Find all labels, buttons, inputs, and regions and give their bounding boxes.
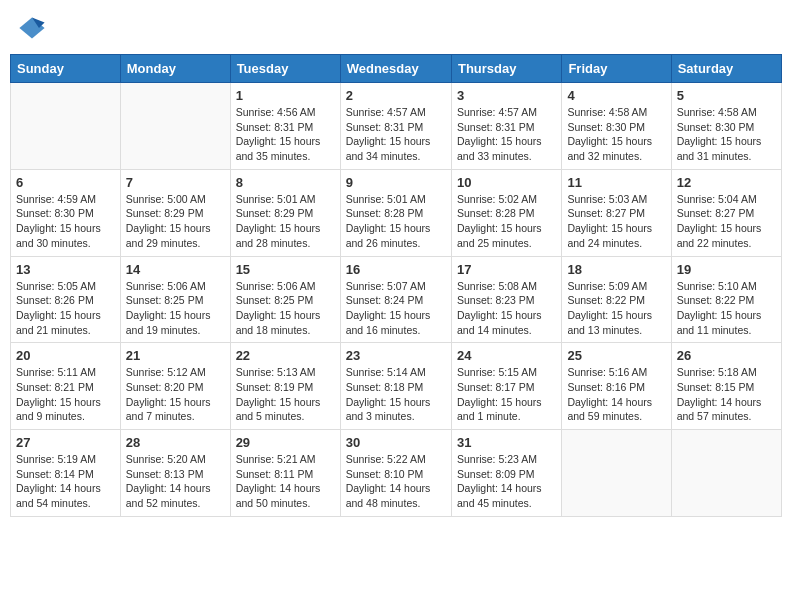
day-number: 7: [126, 175, 225, 190]
day-info: Sunrise: 5:15 AMSunset: 8:17 PMDaylight:…: [457, 365, 556, 424]
day-number: 17: [457, 262, 556, 277]
day-info: Sunrise: 5:03 AMSunset: 8:27 PMDaylight:…: [567, 192, 665, 251]
day-number: 23: [346, 348, 446, 363]
calendar-cell: 20Sunrise: 5:11 AMSunset: 8:21 PMDayligh…: [11, 343, 121, 430]
calendar-cell: [671, 430, 781, 517]
calendar-cell: 2Sunrise: 4:57 AMSunset: 8:31 PMDaylight…: [340, 83, 451, 170]
calendar-cell: 29Sunrise: 5:21 AMSunset: 8:11 PMDayligh…: [230, 430, 340, 517]
day-number: 6: [16, 175, 115, 190]
day-info: Sunrise: 5:16 AMSunset: 8:16 PMDaylight:…: [567, 365, 665, 424]
day-info: Sunrise: 5:13 AMSunset: 8:19 PMDaylight:…: [236, 365, 335, 424]
logo-icon: [18, 14, 46, 42]
day-number: 27: [16, 435, 115, 450]
day-number: 22: [236, 348, 335, 363]
calendar-cell: 4Sunrise: 4:58 AMSunset: 8:30 PMDaylight…: [562, 83, 671, 170]
day-info: Sunrise: 5:05 AMSunset: 8:26 PMDaylight:…: [16, 279, 115, 338]
day-info: Sunrise: 4:58 AMSunset: 8:30 PMDaylight:…: [677, 105, 776, 164]
weekday-header-row: SundayMondayTuesdayWednesdayThursdayFrid…: [11, 55, 782, 83]
day-number: 28: [126, 435, 225, 450]
day-info: Sunrise: 5:14 AMSunset: 8:18 PMDaylight:…: [346, 365, 446, 424]
calendar-cell: 1Sunrise: 4:56 AMSunset: 8:31 PMDaylight…: [230, 83, 340, 170]
day-number: 16: [346, 262, 446, 277]
calendar-cell: 19Sunrise: 5:10 AMSunset: 8:22 PMDayligh…: [671, 256, 781, 343]
calendar-cell: 28Sunrise: 5:20 AMSunset: 8:13 PMDayligh…: [120, 430, 230, 517]
calendar-cell: 30Sunrise: 5:22 AMSunset: 8:10 PMDayligh…: [340, 430, 451, 517]
day-number: 31: [457, 435, 556, 450]
day-number: 15: [236, 262, 335, 277]
day-number: 12: [677, 175, 776, 190]
day-info: Sunrise: 5:22 AMSunset: 8:10 PMDaylight:…: [346, 452, 446, 511]
day-info: Sunrise: 5:10 AMSunset: 8:22 PMDaylight:…: [677, 279, 776, 338]
calendar-cell: 22Sunrise: 5:13 AMSunset: 8:19 PMDayligh…: [230, 343, 340, 430]
calendar-cell: 5Sunrise: 4:58 AMSunset: 8:30 PMDaylight…: [671, 83, 781, 170]
calendar-week-row: 1Sunrise: 4:56 AMSunset: 8:31 PMDaylight…: [11, 83, 782, 170]
calendar-cell: 11Sunrise: 5:03 AMSunset: 8:27 PMDayligh…: [562, 169, 671, 256]
calendar-cell: 7Sunrise: 5:00 AMSunset: 8:29 PMDaylight…: [120, 169, 230, 256]
calendar-cell: 15Sunrise: 5:06 AMSunset: 8:25 PMDayligh…: [230, 256, 340, 343]
calendar-cell: 21Sunrise: 5:12 AMSunset: 8:20 PMDayligh…: [120, 343, 230, 430]
day-info: Sunrise: 5:18 AMSunset: 8:15 PMDaylight:…: [677, 365, 776, 424]
day-info: Sunrise: 4:59 AMSunset: 8:30 PMDaylight:…: [16, 192, 115, 251]
day-info: Sunrise: 5:20 AMSunset: 8:13 PMDaylight:…: [126, 452, 225, 511]
day-info: Sunrise: 5:06 AMSunset: 8:25 PMDaylight:…: [126, 279, 225, 338]
day-number: 30: [346, 435, 446, 450]
day-info: Sunrise: 5:01 AMSunset: 8:29 PMDaylight:…: [236, 192, 335, 251]
weekday-header: Monday: [120, 55, 230, 83]
calendar-cell: 13Sunrise: 5:05 AMSunset: 8:26 PMDayligh…: [11, 256, 121, 343]
day-number: 5: [677, 88, 776, 103]
day-number: 18: [567, 262, 665, 277]
day-info: Sunrise: 5:12 AMSunset: 8:20 PMDaylight:…: [126, 365, 225, 424]
day-number: 3: [457, 88, 556, 103]
calendar-cell: 18Sunrise: 5:09 AMSunset: 8:22 PMDayligh…: [562, 256, 671, 343]
day-info: Sunrise: 4:57 AMSunset: 8:31 PMDaylight:…: [346, 105, 446, 164]
day-info: Sunrise: 5:08 AMSunset: 8:23 PMDaylight:…: [457, 279, 556, 338]
calendar-cell: 25Sunrise: 5:16 AMSunset: 8:16 PMDayligh…: [562, 343, 671, 430]
day-number: 13: [16, 262, 115, 277]
calendar-cell: 26Sunrise: 5:18 AMSunset: 8:15 PMDayligh…: [671, 343, 781, 430]
day-number: 10: [457, 175, 556, 190]
page-header: [10, 10, 782, 46]
calendar-week-row: 6Sunrise: 4:59 AMSunset: 8:30 PMDaylight…: [11, 169, 782, 256]
day-info: Sunrise: 5:07 AMSunset: 8:24 PMDaylight:…: [346, 279, 446, 338]
svg-marker-0: [19, 18, 44, 39]
calendar-cell: [120, 83, 230, 170]
calendar-week-row: 13Sunrise: 5:05 AMSunset: 8:26 PMDayligh…: [11, 256, 782, 343]
calendar-cell: 27Sunrise: 5:19 AMSunset: 8:14 PMDayligh…: [11, 430, 121, 517]
calendar-cell: 6Sunrise: 4:59 AMSunset: 8:30 PMDaylight…: [11, 169, 121, 256]
calendar-cell: [562, 430, 671, 517]
day-number: 19: [677, 262, 776, 277]
calendar-cell: 16Sunrise: 5:07 AMSunset: 8:24 PMDayligh…: [340, 256, 451, 343]
day-number: 29: [236, 435, 335, 450]
day-number: 4: [567, 88, 665, 103]
day-number: 24: [457, 348, 556, 363]
weekday-header: Thursday: [451, 55, 561, 83]
day-info: Sunrise: 5:21 AMSunset: 8:11 PMDaylight:…: [236, 452, 335, 511]
day-info: Sunrise: 5:02 AMSunset: 8:28 PMDaylight:…: [457, 192, 556, 251]
calendar-cell: 12Sunrise: 5:04 AMSunset: 8:27 PMDayligh…: [671, 169, 781, 256]
day-number: 11: [567, 175, 665, 190]
calendar-cell: 10Sunrise: 5:02 AMSunset: 8:28 PMDayligh…: [451, 169, 561, 256]
logo: [18, 14, 48, 42]
calendar-cell: 9Sunrise: 5:01 AMSunset: 8:28 PMDaylight…: [340, 169, 451, 256]
weekday-header: Wednesday: [340, 55, 451, 83]
day-info: Sunrise: 5:00 AMSunset: 8:29 PMDaylight:…: [126, 192, 225, 251]
day-info: Sunrise: 5:04 AMSunset: 8:27 PMDaylight:…: [677, 192, 776, 251]
day-number: 1: [236, 88, 335, 103]
day-info: Sunrise: 4:57 AMSunset: 8:31 PMDaylight:…: [457, 105, 556, 164]
calendar-table: SundayMondayTuesdayWednesdayThursdayFrid…: [10, 54, 782, 517]
day-info: Sunrise: 5:19 AMSunset: 8:14 PMDaylight:…: [16, 452, 115, 511]
day-info: Sunrise: 5:01 AMSunset: 8:28 PMDaylight:…: [346, 192, 446, 251]
day-info: Sunrise: 4:56 AMSunset: 8:31 PMDaylight:…: [236, 105, 335, 164]
weekday-header: Tuesday: [230, 55, 340, 83]
calendar-cell: 17Sunrise: 5:08 AMSunset: 8:23 PMDayligh…: [451, 256, 561, 343]
day-number: 20: [16, 348, 115, 363]
calendar-cell: 14Sunrise: 5:06 AMSunset: 8:25 PMDayligh…: [120, 256, 230, 343]
day-info: Sunrise: 4:58 AMSunset: 8:30 PMDaylight:…: [567, 105, 665, 164]
calendar-cell: 8Sunrise: 5:01 AMSunset: 8:29 PMDaylight…: [230, 169, 340, 256]
calendar-cell: [11, 83, 121, 170]
day-number: 21: [126, 348, 225, 363]
calendar-cell: 3Sunrise: 4:57 AMSunset: 8:31 PMDaylight…: [451, 83, 561, 170]
calendar-week-row: 27Sunrise: 5:19 AMSunset: 8:14 PMDayligh…: [11, 430, 782, 517]
day-number: 2: [346, 88, 446, 103]
weekday-header: Friday: [562, 55, 671, 83]
